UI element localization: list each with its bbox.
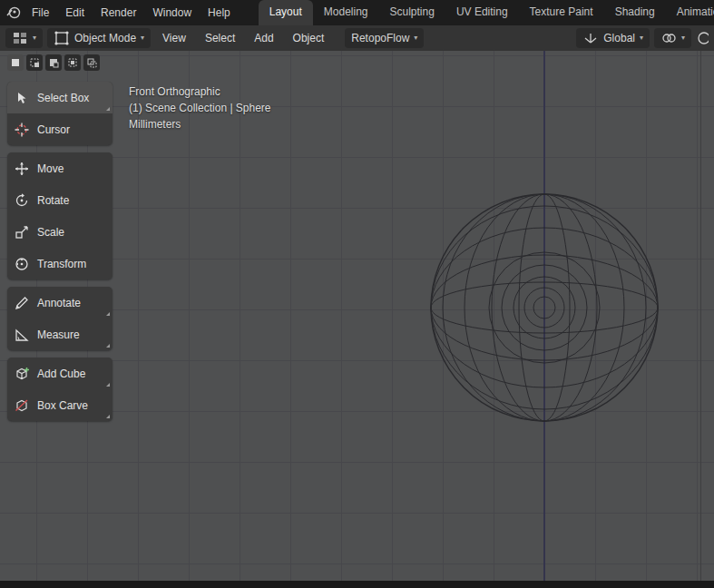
transform-icon [14,256,30,272]
active-object-label: (1) Scene Collection | Sphere [129,100,271,116]
select-mode-subtract-icon[interactable] [45,54,62,71]
chevron-down-icon: ▾ [33,34,36,42]
select-mode-invert-icon[interactable] [64,54,81,71]
tab-animation[interactable]: Animation [666,0,714,25]
menu-window[interactable]: Window [144,0,200,25]
snapping-dropdown[interactable]: ▾ [654,28,691,48]
tool-shelf: Select Box Cursor Move Rotate [7,82,112,428]
tab-layout[interactable]: Layout [259,0,313,25]
tool-move[interactable]: Move [7,152,112,184]
menu-help[interactable]: Help [200,0,239,25]
select-mode-extend-icon[interactable] [26,54,43,71]
tool-transform[interactable]: Transform [7,248,112,279]
tab-shading[interactable]: Shading [604,0,666,25]
subtool-indicator [106,415,110,418]
retopoflow-label: RetopoFlow [351,32,409,44]
select-mode-row [7,54,100,71]
orientation-axes-icon [582,30,599,46]
menu-view[interactable]: View [155,28,193,48]
chevron-down-icon: ▾ [141,34,144,42]
rotate-icon [14,192,30,209]
tool-rotate[interactable]: Rotate [7,184,112,216]
retopoflow-dropdown[interactable]: RetopoFlow ▾ [345,28,424,48]
top-menu-bar: File Edit Render Window Help Layout Mode… [0,0,714,25]
tool-scale[interactable]: Scale [7,216,112,248]
3d-viewport[interactable]: Front Orthographic (1) Scene Collection … [0,51,714,581]
workspace-tabs: Layout Modeling Sculpting UV Editing Tex… [259,0,714,25]
blender-logo-icon[interactable] [5,4,22,22]
tab-sculpting[interactable]: Sculpting [379,0,445,25]
viewport-overlay-text: Front Orthographic (1) Scene Collection … [129,83,271,132]
region-divider [700,51,701,581]
select-box-icon [14,90,30,106]
tab-modeling[interactable]: Modeling [313,0,379,25]
measure-icon [14,327,30,343]
tool-cursor[interactable]: Cursor [7,113,112,145]
mode-label: Object Mode [74,32,136,44]
tool-select-box[interactable]: Select Box [7,82,112,113]
subtool-indicator [106,312,110,316]
orientation-label: Global [603,32,635,44]
blender-window: File Edit Render Window Help Layout Mode… [0,0,714,588]
box-carve-icon [14,397,30,414]
view-name-label: Front Orthographic [129,83,271,100]
transform-orientation-dropdown[interactable]: Global ▾ [576,28,650,48]
menu-add[interactable]: Add [247,28,280,48]
tool-annotate[interactable]: Annotate [7,287,112,318]
tab-uv-editing[interactable]: UV Editing [445,0,519,25]
subtool-indicator [106,383,110,387]
subtool-indicator [106,344,110,348]
select-mode-intersect-icon[interactable] [83,54,100,71]
select-mode-set-icon[interactable] [7,54,24,71]
chevron-down-icon: ▾ [681,34,685,42]
mode-dropdown[interactable]: Object Mode ▾ [47,28,151,48]
chevron-down-icon: ▾ [414,34,417,42]
tool-box-carve[interactable]: Box Carve [7,389,112,421]
menu-file[interactable]: File [24,0,57,25]
move-icon [14,161,30,177]
menu-edit[interactable]: Edit [57,0,93,25]
menu-render[interactable]: Render [93,0,144,25]
subtool-indicator [106,107,110,111]
cursor-icon [14,122,30,138]
snap-icon [660,30,677,46]
sphere-wireframe[interactable] [430,193,659,422]
editor-type-dropdown[interactable]: ▾ [5,28,43,48]
annotate-pencil-icon [14,295,30,311]
viewport-header: ▾ Object Mode ▾ View Select Add Object R… [0,25,714,51]
object-mode-icon [54,30,70,46]
proportional-editing-icon[interactable] [696,30,709,46]
menu-select[interactable]: Select [198,28,242,48]
units-label: Millimeters [129,116,271,132]
status-bar [0,581,714,588]
menu-object[interactable]: Object [286,28,332,48]
add-cube-icon [14,366,30,382]
tool-add-cube[interactable]: Add Cube [7,358,112,389]
scale-icon [14,224,30,240]
tool-measure[interactable]: Measure [7,318,112,350]
tab-texture-paint[interactable]: Texture Paint [519,0,604,25]
chevron-down-icon: ▾ [640,34,643,42]
